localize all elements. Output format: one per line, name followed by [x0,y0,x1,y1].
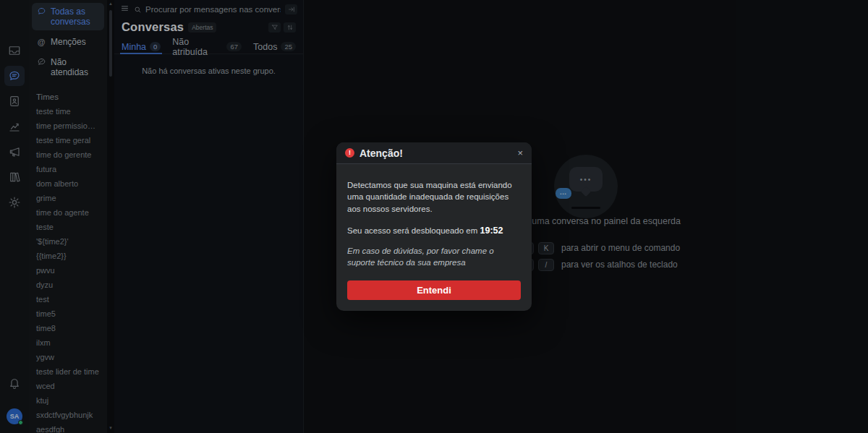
modal-description: Detectamos que sua maquina está enviando… [347,179,521,215]
app-window: SA Todas as conversas @ Menções Não aten… [0,0,868,433]
unlock-timer: 19:52 [480,226,503,236]
attention-modal: ! Atenção! × Detectamos que sua maquina … [336,142,532,311]
warning-icon: ! [345,148,354,158]
modal-body: Detectamos que sua maquina está enviando… [336,164,532,311]
unlock-text: Seu acesso será desbloqueado em [347,226,480,235]
confirm-button[interactable]: Entendi [347,280,521,300]
close-icon[interactable]: × [517,148,523,158]
unlock-countdown-line: Seu acesso será desbloqueado em 19:52 [347,226,521,236]
modal-title: Atenção! [359,147,403,159]
modal-header: ! Atenção! × [336,142,532,164]
support-note: Em caso de dúvidas, por favor chame o su… [347,245,521,268]
